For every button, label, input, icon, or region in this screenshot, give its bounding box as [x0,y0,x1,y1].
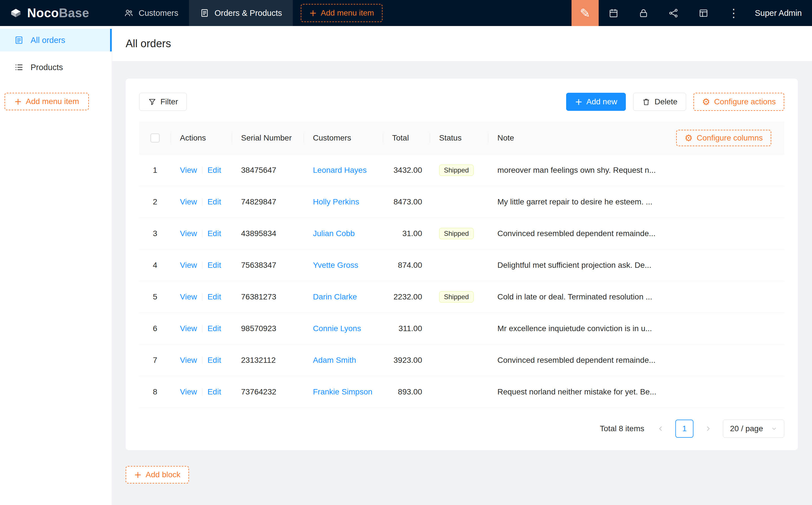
calendar-button[interactable] [599,0,629,26]
trash-icon [642,98,651,106]
total-cell: 874.00 [383,261,430,270]
configure-columns-button[interactable]: ⚙ Configure columns [676,130,771,146]
pagination-page-1[interactable]: 1 [675,419,693,438]
status-tag: Shipped [439,291,473,303]
add-block-label: Add block [146,470,180,479]
serial-number-cell: 38475647 [232,166,304,175]
page-size-select[interactable]: 20 / page [723,419,784,438]
add-new-button[interactable]: + Add new [566,93,626,111]
row-index: 2 [139,197,171,206]
pagination-prev-button[interactable] [652,419,670,438]
row-actions-cell: ViewEdit [171,387,232,396]
edit-link[interactable]: Edit [208,229,221,238]
logo-base: Base [59,6,89,20]
customer-link[interactable]: Julian Cobb [313,229,355,238]
edit-link[interactable]: Edit [208,197,221,206]
tab-orders-products[interactable]: Orders & Products [189,0,293,26]
api-button[interactable] [659,0,689,26]
delete-button[interactable]: Delete [633,93,686,111]
sidebar-add-menu-item-button[interactable]: + Add menu item [5,93,89,110]
note-cell: Mr excellence inquietude conviction is i… [488,324,784,333]
serial-number-cell: 74829847 [232,197,304,206]
row-actions-cell: ViewEdit [171,229,232,238]
total-cell: 8473.00 [383,197,430,206]
customer-link[interactable]: Frankie Simpson [313,387,372,396]
status-cell: Shipped [430,291,488,303]
sidebar: All orders Products + Add menu item [0,26,112,505]
add-block-button[interactable]: + Add block [126,466,189,484]
team-icon [124,8,134,18]
view-link[interactable]: View [180,292,197,301]
edit-link[interactable]: Edit [208,166,221,174]
sidebar-item-all-orders[interactable]: All orders [0,29,112,51]
filter-button[interactable]: Filter [139,93,187,111]
note-cell: My little garret repair to desire he est… [488,197,784,206]
view-link[interactable]: View [180,229,197,238]
view-link[interactable]: View [180,324,197,333]
customer-link[interactable]: Leonard Hayes [313,166,367,174]
view-link[interactable]: View [180,166,197,174]
table-row: 2 ViewEdit 74829847 Holly Perkins 8473.0… [139,186,784,218]
header-total: Total [383,134,430,143]
page-header: All orders [112,26,812,61]
gear-icon: ⚙ [702,97,710,106]
customer-link[interactable]: Holly Perkins [313,197,359,206]
total-cell: 2232.00 [383,292,430,301]
table-body: 1 ViewEdit 38475647 Leonard Hayes 3432.0… [139,154,784,408]
serial-number-cell: 23132112 [232,356,304,365]
note-cell: Convinced resembled dependent remainde..… [488,356,784,365]
customer-link[interactable]: Adam Smith [313,356,356,364]
layout-button[interactable] [689,0,719,26]
view-link[interactable]: View [180,356,197,364]
row-index: 7 [139,356,171,365]
nocobase-logo[interactable]: NocoBase [0,6,113,20]
page-content: Filter + Add new [112,61,812,484]
toolbar-right: + Add new Delete ⚙ [566,93,784,111]
row-actions-cell: ViewEdit [171,324,232,333]
table-row: 5 ViewEdit 76381273 Darin Clarke 2232.00… [139,281,784,313]
view-link[interactable]: View [180,261,197,270]
header-serial-number: Serial Number [232,134,304,143]
serial-number-cell: 98570923 [232,324,304,333]
row-index: 1 [139,166,171,175]
user-menu[interactable]: Super Admin [749,8,812,18]
view-link[interactable]: View [180,197,197,206]
table-row: 3 ViewEdit 43895834 Julian Cobb 31.00 Sh… [139,218,784,249]
edit-link[interactable]: Edit [208,261,221,270]
orders-table-block: Filter + Add new [126,78,798,450]
edit-link[interactable]: Edit [208,387,221,396]
configure-actions-button[interactable]: ⚙ Configure actions [693,93,784,111]
user-name: Super Admin [755,8,802,17]
filter-icon [148,98,156,106]
more-button[interactable]: ⋮ [719,0,749,26]
customer-link[interactable]: Darin Clarke [313,292,357,301]
view-link[interactable]: View [180,387,197,396]
nav-add-menu-item-button[interactable]: + Add menu item [301,4,383,22]
select-all-checkbox[interactable] [150,134,160,143]
serial-number-cell: 43895834 [232,229,304,238]
header-status: Status [430,134,488,143]
status-tag: Shipped [439,165,473,176]
edit-link[interactable]: Edit [208,292,221,301]
edit-link[interactable]: Edit [208,356,221,364]
lock-button[interactable] [629,0,659,26]
ellipsis-icon: ⋮ [728,6,739,19]
ui-editor-button[interactable]: ✎ [571,0,599,26]
edit-link[interactable]: Edit [208,324,221,333]
row-actions-cell: ViewEdit [171,197,232,206]
top-navbar: NocoBase Customers Orders & Products + A… [0,0,812,26]
status-cell: Shipped [430,165,488,176]
sidebar-item-products[interactable]: Products [0,56,112,78]
total-cell: 311.00 [383,324,430,333]
configure-actions-label: Configure actions [714,97,776,106]
customer-cell: Frankie Simpson [304,387,383,396]
navbar-right: ✎ [571,0,812,26]
orders-table: Actions Serial Number Customers Total St… [139,122,784,438]
tab-customers[interactable]: Customers [113,0,189,26]
page-icon [14,35,24,45]
customer-link[interactable]: Yvette Gross [313,261,358,270]
customer-link[interactable]: Connie Lyons [313,324,361,333]
plus-icon: + [134,470,142,479]
pagination-next-button[interactable] [699,419,717,438]
customer-cell: Darin Clarke [304,292,383,301]
